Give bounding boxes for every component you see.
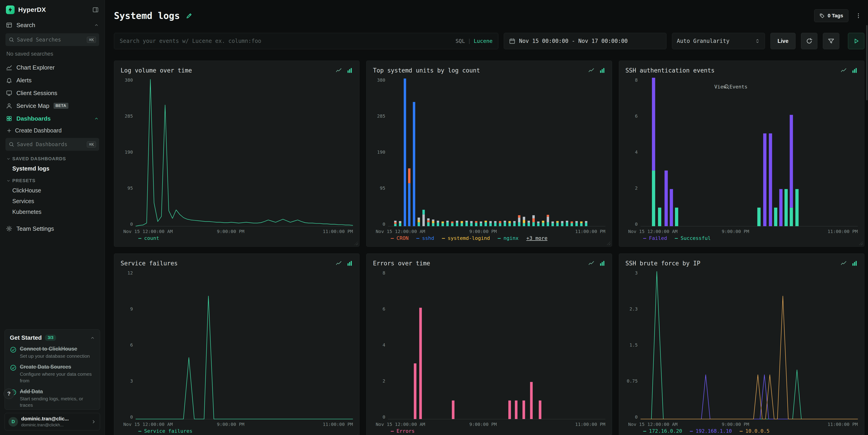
time-range-picker[interactable]: Nov 15 00:00:00 - Nov 17 00:00:00 [504,33,666,49]
saved-dashboards-section-header[interactable]: SAVED DASHBOARDS [0,152,104,163]
live-button[interactable]: Live [770,33,796,49]
get-started-step[interactable]: Connect to ClickHouse Set up your databa… [10,346,95,359]
legend-item[interactable]: —10.0.0.5 [740,428,770,434]
user-menu[interactable]: D dominic.tran@clic... dominic.tran@clic… [5,413,100,430]
sidebar-item-client-sessions[interactable]: Client Sessions [0,87,104,99]
preset-item-clickhouse[interactable]: ClickHouse [0,185,104,196]
resize-handle[interactable] [859,242,863,245]
line-chart-icon[interactable] [336,260,342,267]
legend-more-link[interactable]: +3 more [526,235,548,241]
line-chart-icon[interactable] [588,67,594,74]
chevron-up-icon[interactable] [90,336,95,340]
line-chart-icon[interactable] [336,67,342,74]
chart-type-toggles [336,260,353,267]
presets-section-header[interactable]: PRESETS [0,174,104,185]
y-axis: 129630 [121,271,135,419]
bar-chart-icon[interactable] [599,67,606,74]
y-tick: 285 [125,114,133,118]
saved-searches-box[interactable]: ⌘K [5,33,99,46]
sidebar-item-service-map[interactable]: Service Map BETA [0,99,104,112]
sidebar-item-alerts[interactable]: Alerts [0,74,104,87]
chart-plot[interactable] [135,271,353,419]
resize-handle[interactable] [607,242,611,245]
sidebar-item-chart-explorer[interactable]: Chart Explorer [0,61,104,74]
y-tick: 0 [635,222,638,226]
chart-header: Top systemd units by log count [373,66,605,74]
legend-item[interactable]: —Errors [391,428,414,434]
refresh-button[interactable] [801,33,817,49]
line-chart-icon[interactable] [840,260,847,267]
bar-chart-icon[interactable] [346,260,353,267]
bar-chart-icon[interactable] [599,260,606,267]
magnifier-icon [706,84,712,90]
bar-chart-icon[interactable] [851,67,858,74]
more-options-button[interactable] [852,9,864,22]
resize-handle[interactable] [354,242,358,245]
chart-plot[interactable] [388,271,605,419]
collapse-sidebar-icon[interactable] [92,7,99,13]
chart-plot[interactable] [388,78,605,226]
chevron-up-icon [94,23,99,27]
preset-item-kubernetes[interactable]: Kubernetes [0,207,104,217]
y-tick: 3 [130,379,133,383]
saved-dashboards-box[interactable]: ⌘K [5,138,99,151]
edit-title-icon[interactable] [186,12,193,19]
legend-item[interactable]: —Service failures [138,428,192,434]
chart-legend: —Service failures [138,427,353,435]
granularity-select[interactable]: Auto Granularity [672,33,765,49]
chart-type-toggles [588,67,606,74]
view-events-button[interactable]: View Events [706,84,748,90]
lang-lucene-toggle[interactable]: Lucene [474,38,493,44]
y-tick: 380 [125,78,133,82]
event-search-input[interactable] [120,38,452,44]
dashboard-item-systemd-logs[interactable]: Systemd logs [0,163,104,174]
sidebar-item-team-settings[interactable]: Team Settings [0,222,104,235]
chart-plot[interactable]: View Events [641,78,858,226]
legend-dash: — [643,428,646,434]
sidebar-item-dashboards[interactable]: Dashboards [0,112,104,125]
legend-item[interactable]: —count [138,235,159,241]
create-dashboard-button[interactable]: Create Dashboard [0,125,104,136]
lang-sql-toggle[interactable]: SQL [456,38,465,44]
sidebar-section-search[interactable]: Search [0,19,104,31]
x-axis: Nov 15 12:00:00 AM9:00:00 PM11:00:00 PM [138,419,353,427]
legend-item[interactable]: —nginx [498,235,518,241]
chart-title: Service failures [121,260,178,267]
preset-item-services[interactable]: Services [0,196,104,207]
y-tick: 285 [377,114,385,118]
legend-label: CRON [397,235,409,241]
get-started-step[interactable]: Add Data Start sending logs, metrics, or… [10,389,95,409]
legend-dash: — [138,235,141,241]
get-started-step[interactable]: Create Data Sources Configure where your… [10,364,95,384]
legend-item[interactable]: —172.16.0.20 [643,428,682,434]
line-chart-icon[interactable] [840,67,847,74]
bar-chart-icon[interactable] [851,260,858,267]
bolt-icon [7,7,13,13]
run-query-button[interactable] [848,33,864,49]
chart-header: Errors over time [373,259,605,268]
chart-plot[interactable] [135,78,353,226]
x-tick: Nov 15 12:00:00 AM [628,229,678,234]
legend-item[interactable]: —sshd [416,235,434,241]
help-button[interactable]: ? [4,389,14,399]
line-chart-icon[interactable] [588,260,594,267]
legend-item[interactable]: —systemd-logind [442,235,490,241]
bar-chart-icon[interactable] [346,67,353,74]
filter-button[interactable] [823,33,839,49]
y-tick: 8 [382,271,385,275]
beta-badge: BETA [54,103,68,109]
chart-body: 380285190950 [121,78,353,226]
saved-searches-input[interactable] [17,37,84,43]
legend-item[interactable]: —Failed [643,235,667,241]
chart-plot[interactable] [641,271,858,419]
chart-header: Log volume over time [121,66,353,74]
legend-item[interactable]: —Successful [675,235,711,241]
tags-button[interactable]: 0 Tags [814,9,848,22]
chart-panel-ssh-brute-force-by-ip: SSH brute force by IP32.31.50.750Nov 15 … [619,253,864,435]
page-scrollbar[interactable] [866,25,868,100]
legend-item[interactable]: —192.168.1.10 [690,428,732,434]
get-started-card: Get Started 3/3 Connect to ClickHouse Se… [5,330,100,410]
saved-dashboards-input[interactable] [17,142,84,147]
chart-type-toggles [588,260,606,267]
legend-item[interactable]: —CRON [391,235,408,241]
